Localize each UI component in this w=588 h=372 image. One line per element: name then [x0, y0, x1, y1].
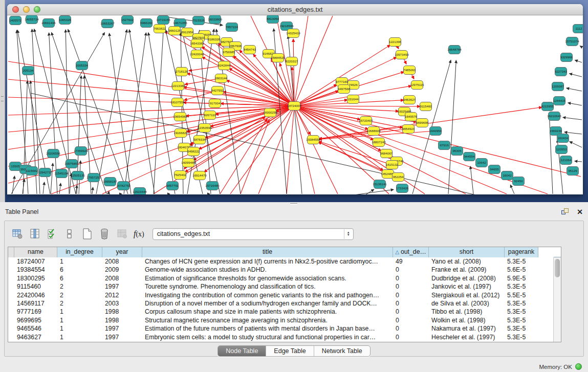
cell-title[interactable]: Estimation of significance thresholds fo… — [142, 274, 393, 282]
cell-short[interactable]: Franke et al. (2009) — [429, 266, 505, 274]
table-row[interactable]: 977716911998Corpus callosum shape and si… — [8, 308, 561, 316]
graph-node[interactable]: 8186328 — [208, 35, 221, 44]
table-row[interactable]: 1456911722003Disruption of a novel membe… — [8, 299, 561, 308]
cell-pagerank[interactable]: 5.3E-5 — [505, 308, 538, 316]
cell-title[interactable]: Genome-wide association studies in ADHD. — [142, 266, 393, 274]
cell-title[interactable]: Changes of HCN gene expression and I(f) … — [142, 257, 393, 266]
graph-node[interactable]: 15716485 — [205, 182, 220, 190]
graph-edge-red[interactable] — [294, 84, 337, 106]
graph-node[interactable]: 20691406 — [41, 19, 56, 28]
cell-title[interactable]: Estimation of the future numbers of pati… — [142, 324, 393, 333]
graph-node[interactable]: 7857224 — [226, 23, 238, 32]
cell-short[interactable]: de Silva et al. (2003) — [429, 299, 505, 308]
cell-in_degree[interactable]: 2 — [57, 299, 102, 308]
panel-splitter[interactable] — [0, 202, 588, 206]
cell-pagerank[interactable]: 5.9E-5 — [505, 274, 538, 282]
graph-node[interactable]: 1640954 — [429, 127, 442, 136]
cell-in_degree[interactable]: 1 — [57, 257, 102, 266]
graph-node[interactable]: 1221396 — [389, 38, 402, 47]
graph-node[interactable]: 17359924 — [74, 147, 88, 156]
network-window-titlebar[interactable]: citations_edges.txt — [7, 4, 583, 15]
graph-edge-black[interactable] — [129, 30, 155, 194]
graph-node[interactable]: 10642 — [476, 159, 488, 167]
graph-edge-black[interactable] — [448, 60, 456, 194]
graph-node[interactable]: 15136141 — [373, 180, 387, 189]
graph-node[interactable]: 12975115 — [410, 81, 424, 90]
cell-in_degree[interactable]: 1 — [57, 308, 102, 316]
graph-node[interactable]: 7625402 — [174, 171, 187, 180]
cell-year[interactable]: 1998 — [102, 316, 142, 324]
graph-edge-black[interactable] — [59, 183, 61, 194]
cell-out_de[interactable]: 0 — [393, 291, 429, 299]
column-header-short[interactable]: short — [429, 247, 505, 257]
graph-node[interactable]: 12505135 — [71, 171, 85, 180]
graph-node[interactable]: 8912954 — [181, 28, 194, 37]
cell-short[interactable]: Yano et al. (2008) — [429, 257, 505, 266]
graph-node[interactable]: 16782753 — [116, 182, 130, 190]
cell-in_degree[interactable]: 6 — [57, 274, 102, 282]
table-row[interactable]: 1938455462009Genome-wide association stu… — [8, 266, 561, 274]
graph-node[interactable]: 1615132 — [386, 161, 399, 169]
tab-network-table[interactable]: Network Table — [314, 346, 370, 356]
graph-node[interactable]: 231644 — [347, 95, 359, 104]
table-selector-dropdown[interactable]: citations_edges.txt ▲▼ — [153, 228, 354, 240]
cell-in_degree[interactable]: 1 — [57, 316, 102, 324]
graph-node[interactable]: 8427552 — [211, 86, 224, 95]
tab-edge-table[interactable]: Edge Table — [266, 346, 314, 356]
cell-out_de[interactable]: 0 — [393, 282, 429, 291]
cell-short[interactable]: Dudbridge et al. (2008) — [429, 274, 505, 282]
cell-out_de[interactable]: 0 — [393, 308, 429, 316]
cell-year[interactable]: 2012 — [102, 291, 142, 299]
graph-edge-red[interactable] — [294, 106, 399, 111]
cell-short[interactable]: Stergiakouli et al. (2012) — [429, 291, 505, 299]
graph-edge-black[interactable] — [108, 191, 109, 194]
graph-edge-red[interactable] — [294, 106, 420, 106]
graph-node[interactable]: 9699695 — [416, 119, 429, 127]
graph-node[interactable]: 1209387 — [552, 82, 564, 91]
table-row[interactable]: 2242004622012Investigating the contribut… — [8, 291, 561, 299]
graph-edge-red[interactable] — [8, 61, 294, 106]
graph-node[interactable]: 160434 — [557, 134, 569, 143]
graph-node[interactable]: 12942737 — [38, 168, 52, 177]
graph-node[interactable]: 7515526 — [192, 16, 205, 25]
cell-out_de[interactable]: 49 — [393, 257, 429, 266]
cell-name[interactable]: 9115460 — [14, 282, 57, 291]
cell-pagerank[interactable]: 5.3E-5 — [505, 282, 538, 291]
cell-title[interactable]: Structural magnetic resonance image aver… — [142, 316, 393, 324]
cell-year[interactable]: 2003 — [102, 299, 142, 308]
graph-node[interactable]: 14671355 — [173, 19, 187, 28]
graph-node[interactable]: 121064 — [560, 156, 572, 165]
show-column-icon[interactable] — [27, 226, 42, 242]
graph-edge-black[interactable] — [567, 88, 582, 91]
graph-node[interactable]: 7485063 — [403, 66, 416, 75]
graph-node[interactable]: 22420046 — [190, 50, 204, 59]
cell-title[interactable]: Tourette syndrome. Phenomenology and cla… — [142, 282, 393, 291]
graph-edge-red[interactable] — [241, 120, 269, 194]
table-scrollbar[interactable] — [553, 257, 561, 342]
column-header-pagerank[interactable]: pagerank — [505, 247, 538, 257]
memory-status-icon[interactable] — [575, 363, 582, 370]
graph-node[interactable]: 16648784 — [447, 46, 462, 54]
graph-edge-black[interactable] — [563, 117, 582, 120]
graph-node[interactable]: 9115460 — [420, 102, 432, 111]
network-canvas[interactable]: 1405572140557242069140610653261065326715… — [7, 15, 583, 194]
graph-node[interactable]: 11545194 — [54, 169, 69, 178]
graph-edge-black[interactable] — [580, 46, 582, 47]
cell-in_degree[interactable]: 6 — [57, 266, 102, 274]
cell-short[interactable]: Jankovic et al. (1997) — [429, 282, 505, 291]
cell-title[interactable]: Disruption of a novel member of a sodium… — [142, 299, 393, 308]
graph-edge-black[interactable] — [358, 189, 374, 194]
graph-node[interactable]: 10975857 — [64, 160, 79, 168]
graph-edge-black[interactable] — [570, 142, 582, 147]
cell-pagerank[interactable]: 5.3E-5 — [505, 316, 538, 324]
graph-edge-black[interactable] — [12, 176, 15, 194]
tab-node-table[interactable]: Node Table — [218, 346, 266, 356]
graph-node[interactable]: 8215955 — [541, 102, 554, 111]
graph-edge-black[interactable] — [51, 163, 53, 194]
cell-out_de[interactable]: 0 — [393, 333, 429, 341]
column-header-out_de[interactable]: △out_de… — [393, 247, 429, 257]
cell-in_degree[interactable]: 2 — [57, 291, 102, 299]
table-row[interactable]: 946554611997Estimation of the future num… — [8, 324, 561, 333]
graph-node[interactable]: 9227343 — [555, 68, 568, 76]
graph-edge-red[interactable] — [8, 106, 294, 132]
